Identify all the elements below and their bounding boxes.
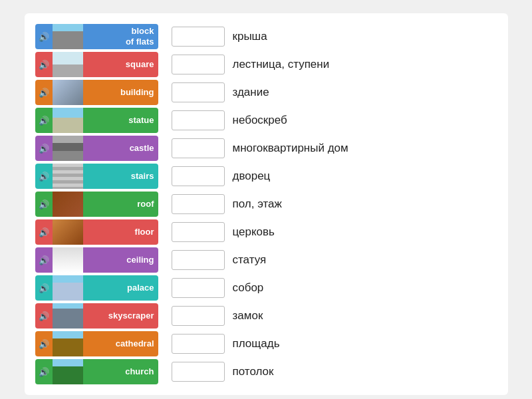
- word-card-block-of-flats[interactable]: 🔊block of flats: [35, 24, 158, 49]
- word-card-statue[interactable]: 🔊statue: [35, 108, 158, 133]
- match-row: крыша: [172, 24, 497, 49]
- word-label-castle: castle: [83, 143, 158, 154]
- word-label-building: building: [83, 87, 158, 98]
- match-input-0[interactable]: [172, 27, 225, 47]
- word-card-stairs[interactable]: 🔊stairs: [35, 164, 158, 189]
- word-label-cathedral: cathedral: [83, 338, 158, 349]
- sound-icon[interactable]: 🔊: [35, 164, 53, 189]
- image-cathedral: [53, 331, 83, 356]
- word-card-church[interactable]: 🔊church: [35, 359, 158, 384]
- translation-text: небоскреб: [233, 114, 287, 127]
- image-palace: [53, 275, 83, 301]
- word-label-statue: statue: [83, 115, 158, 126]
- image-square: [53, 52, 83, 77]
- sound-icon[interactable]: 🔊: [35, 247, 53, 273]
- main-container: 🔊block of flats🔊square🔊building🔊statue🔊c…: [25, 13, 508, 395]
- word-card-castle[interactable]: 🔊castle: [35, 136, 158, 161]
- match-input-4[interactable]: [172, 138, 225, 158]
- image-roof: [53, 192, 83, 217]
- translation-text: площадь: [233, 337, 280, 350]
- translation-text: здание: [233, 86, 269, 99]
- match-input-3[interactable]: [172, 110, 225, 130]
- sound-icon[interactable]: 🔊: [35, 219, 53, 245]
- sound-icon[interactable]: 🔊: [35, 52, 53, 77]
- sound-icon[interactable]: 🔊: [35, 275, 53, 301]
- match-input-5[interactable]: [172, 166, 225, 186]
- match-input-12[interactable]: [172, 362, 225, 382]
- translation-text: дворец: [233, 170, 271, 183]
- word-card-roof[interactable]: 🔊roof: [35, 192, 158, 217]
- match-input-7[interactable]: [172, 222, 225, 242]
- match-input-2[interactable]: [172, 82, 225, 102]
- match-row: многоквартирный дом: [172, 136, 497, 161]
- match-row: небоскреб: [172, 108, 497, 133]
- image-church: [53, 359, 83, 384]
- word-card-square[interactable]: 🔊square: [35, 52, 158, 77]
- word-label-roof: roof: [83, 199, 158, 209]
- match-input-9[interactable]: [172, 278, 225, 298]
- translation-text: пол, этаж: [233, 198, 282, 211]
- word-label-block-of-flats: block of flats: [83, 26, 158, 47]
- word-label-palace: palace: [83, 283, 158, 293]
- image-statue: [53, 108, 83, 133]
- sound-icon[interactable]: 🔊: [35, 24, 53, 49]
- translation-text: многоквартирный дом: [233, 142, 348, 155]
- word-card-floor[interactable]: 🔊floor: [35, 219, 158, 245]
- match-row: замок: [172, 303, 497, 329]
- match-row: здание: [172, 80, 497, 105]
- translation-text: крыша: [233, 30, 267, 43]
- word-label-church: church: [83, 366, 158, 377]
- image-block-of-flats: [53, 24, 83, 49]
- match-row: собор: [172, 275, 497, 301]
- image-skyscraper: [53, 303, 83, 329]
- word-card-ceiling[interactable]: 🔊ceiling: [35, 247, 158, 273]
- image-building: [53, 80, 83, 105]
- match-input-10[interactable]: [172, 306, 225, 326]
- word-card-building[interactable]: 🔊building: [35, 80, 158, 105]
- word-label-square: square: [83, 59, 158, 70]
- word-card-cathedral[interactable]: 🔊cathedral: [35, 331, 158, 356]
- translation-text: статуя: [233, 253, 267, 267]
- sound-icon[interactable]: 🔊: [35, 303, 53, 329]
- match-input-6[interactable]: [172, 194, 225, 214]
- word-card-palace[interactable]: 🔊palace: [35, 275, 158, 301]
- word-label-stairs: stairs: [83, 171, 158, 182]
- translation-text: лестница, ступени: [233, 58, 330, 71]
- match-row: статуя: [172, 247, 497, 273]
- translation-text: церковь: [233, 225, 275, 239]
- match-row: лестница, ступени: [172, 52, 497, 77]
- image-castle: [53, 136, 83, 161]
- image-ceiling: [53, 247, 83, 273]
- sound-icon[interactable]: 🔊: [35, 108, 53, 133]
- match-row: дворец: [172, 164, 497, 189]
- match-row: пол, этаж: [172, 192, 497, 217]
- sound-icon[interactable]: 🔊: [35, 331, 53, 356]
- word-label-skyscraper: skyscraper: [83, 311, 158, 321]
- sound-icon[interactable]: 🔊: [35, 359, 53, 384]
- sound-icon[interactable]: 🔊: [35, 192, 53, 217]
- sound-icon[interactable]: 🔊: [35, 136, 53, 161]
- word-label-floor: floor: [83, 227, 158, 237]
- match-input-8[interactable]: [172, 250, 225, 270]
- word-cards-column: 🔊block of flats🔊square🔊building🔊statue🔊c…: [35, 24, 158, 384]
- match-input-1[interactable]: [172, 55, 225, 74]
- translation-text: замок: [233, 309, 263, 323]
- match-row: потолок: [172, 359, 497, 384]
- translation-text: собор: [233, 281, 264, 295]
- image-floor: [53, 219, 83, 245]
- match-row: церковь: [172, 219, 497, 245]
- match-input-11[interactable]: [172, 334, 225, 354]
- match-row: площадь: [172, 331, 497, 356]
- sound-icon[interactable]: 🔊: [35, 80, 53, 105]
- match-column: крышалестница, ступенизданиенебоскребмно…: [172, 24, 497, 384]
- image-stairs: [53, 164, 83, 189]
- word-label-ceiling: ceiling: [83, 255, 158, 265]
- translation-text: потолок: [233, 365, 274, 378]
- word-card-skyscraper[interactable]: 🔊skyscraper: [35, 303, 158, 329]
